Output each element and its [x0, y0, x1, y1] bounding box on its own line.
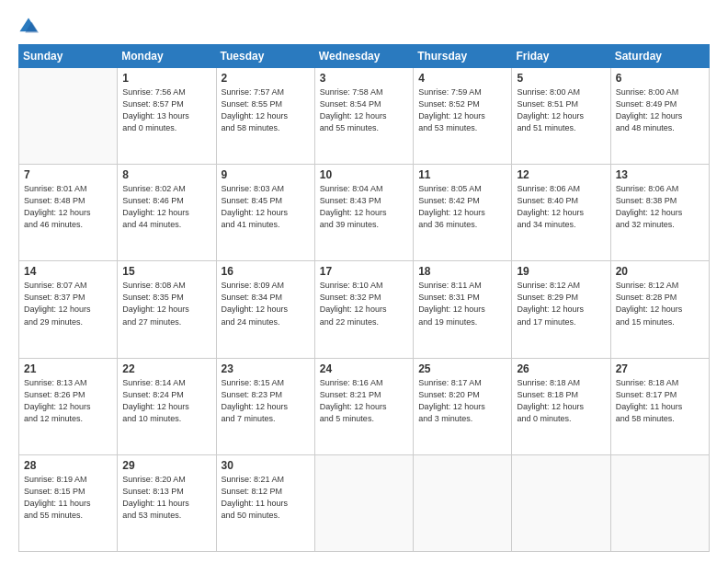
weekday-header-saturday: Saturday: [610, 45, 709, 68]
calendar-cell: 22Sunrise: 8:14 AMSunset: 8:24 PMDayligh…: [118, 358, 216, 454]
day-number: 1: [122, 72, 210, 85]
calendar-cell: [414, 454, 512, 551]
calendar-cell: 8Sunrise: 8:02 AMSunset: 8:46 PMDaylight…: [118, 165, 216, 261]
day-number: 2: [222, 72, 310, 85]
calendar-cell: 13Sunrise: 8:06 AMSunset: 8:38 PMDayligh…: [610, 165, 709, 261]
calendar-cell: 27Sunrise: 8:18 AMSunset: 8:17 PMDayligh…: [610, 358, 709, 454]
day-info: Sunrise: 8:12 AMSunset: 8:29 PMDaylight:…: [517, 280, 605, 327]
day-info: Sunrise: 8:05 AMSunset: 8:42 PMDaylight:…: [418, 183, 506, 231]
calendar-cell: 2Sunrise: 7:57 AMSunset: 8:55 PMDaylight…: [216, 68, 314, 165]
day-number: 3: [320, 72, 408, 85]
calendar-cell: 26Sunrise: 8:18 AMSunset: 8:18 PMDayligh…: [512, 358, 610, 454]
calendar-cell: 6Sunrise: 8:00 AMSunset: 8:49 PMDaylight…: [610, 68, 709, 165]
calendar-cell: 9Sunrise: 8:03 AMSunset: 8:45 PMDaylight…: [216, 165, 314, 261]
day-info: Sunrise: 7:59 AMSunset: 8:52 PMDaylight:…: [418, 86, 506, 134]
day-number: 6: [616, 72, 704, 85]
day-number: 9: [222, 168, 310, 181]
day-info: Sunrise: 8:18 AMSunset: 8:17 PMDaylight:…: [616, 377, 704, 425]
header: [18, 17, 710, 37]
day-number: 20: [616, 265, 704, 278]
day-number: 26: [517, 362, 605, 375]
calendar-cell: 30Sunrise: 8:21 AMSunset: 8:12 PMDayligh…: [216, 454, 314, 551]
day-number: 4: [418, 72, 506, 85]
day-number: 7: [24, 168, 112, 181]
calendar-cell: 19Sunrise: 8:12 AMSunset: 8:29 PMDayligh…: [512, 261, 610, 358]
logo: [18, 17, 42, 37]
day-number: 16: [222, 265, 310, 278]
day-info: Sunrise: 8:00 AMSunset: 8:49 PMDaylight:…: [616, 86, 704, 134]
weekday-header-friday: Friday: [512, 45, 610, 68]
day-number: 28: [24, 459, 112, 472]
calendar-cell: 7Sunrise: 8:01 AMSunset: 8:48 PMDaylight…: [19, 165, 118, 261]
calendar-cell: 23Sunrise: 8:15 AMSunset: 8:23 PMDayligh…: [216, 358, 314, 454]
calendar-cell: 1Sunrise: 7:56 AMSunset: 8:57 PMDaylight…: [118, 68, 216, 165]
calendar-cell: 15Sunrise: 8:08 AMSunset: 8:35 PMDayligh…: [118, 261, 216, 358]
calendar-cell: 10Sunrise: 8:04 AMSunset: 8:43 PMDayligh…: [314, 165, 413, 261]
calendar-cell: 3Sunrise: 7:58 AMSunset: 8:54 PMDaylight…: [314, 68, 413, 165]
day-number: 10: [320, 168, 408, 181]
day-number: 27: [616, 362, 704, 375]
day-info: Sunrise: 8:10 AMSunset: 8:32 PMDaylight:…: [320, 280, 408, 327]
calendar-cell: 17Sunrise: 8:10 AMSunset: 8:32 PMDayligh…: [314, 261, 413, 358]
calendar-cell: 11Sunrise: 8:05 AMSunset: 8:42 PMDayligh…: [414, 165, 512, 261]
day-number: 8: [122, 168, 210, 181]
day-number: 23: [222, 362, 310, 375]
day-info: Sunrise: 8:02 AMSunset: 8:46 PMDaylight:…: [122, 183, 210, 231]
calendar-week-1: 1Sunrise: 7:56 AMSunset: 8:57 PMDaylight…: [19, 68, 710, 165]
day-number: 18: [418, 265, 506, 278]
calendar-cell: 18Sunrise: 8:11 AMSunset: 8:31 PMDayligh…: [414, 261, 512, 358]
day-number: 14: [24, 265, 112, 278]
day-info: Sunrise: 8:00 AMSunset: 8:51 PMDaylight:…: [517, 86, 605, 134]
calendar-cell: 28Sunrise: 8:19 AMSunset: 8:15 PMDayligh…: [19, 454, 118, 551]
day-info: Sunrise: 8:20 AMSunset: 8:13 PMDaylight:…: [122, 474, 210, 522]
day-number: 24: [320, 362, 408, 375]
day-info: Sunrise: 7:56 AMSunset: 8:57 PMDaylight:…: [122, 86, 210, 134]
calendar-cell: [512, 454, 610, 551]
calendar-cell: 12Sunrise: 8:06 AMSunset: 8:40 PMDayligh…: [512, 165, 610, 261]
calendar-cell: 20Sunrise: 8:12 AMSunset: 8:28 PMDayligh…: [610, 261, 709, 358]
day-info: Sunrise: 8:12 AMSunset: 8:28 PMDaylight:…: [616, 280, 704, 327]
day-info: Sunrise: 8:06 AMSunset: 8:38 PMDaylight:…: [616, 183, 704, 231]
day-number: 21: [24, 362, 112, 375]
weekday-header-tuesday: Tuesday: [216, 45, 314, 68]
day-number: 12: [517, 168, 605, 181]
day-info: Sunrise: 8:01 AMSunset: 8:48 PMDaylight:…: [24, 183, 112, 231]
day-number: 11: [418, 168, 506, 181]
calendar-cell: 25Sunrise: 8:17 AMSunset: 8:20 PMDayligh…: [414, 358, 512, 454]
day-info: Sunrise: 8:16 AMSunset: 8:21 PMDaylight:…: [320, 377, 408, 425]
day-info: Sunrise: 7:58 AMSunset: 8:54 PMDaylight:…: [320, 86, 408, 134]
day-info: Sunrise: 8:07 AMSunset: 8:37 PMDaylight:…: [24, 280, 112, 327]
day-info: Sunrise: 8:18 AMSunset: 8:18 PMDaylight:…: [517, 377, 605, 425]
calendar-cell: 29Sunrise: 8:20 AMSunset: 8:13 PMDayligh…: [118, 454, 216, 551]
calendar-week-4: 21Sunrise: 8:13 AMSunset: 8:26 PMDayligh…: [19, 358, 710, 454]
day-number: 15: [122, 265, 210, 278]
day-info: Sunrise: 8:08 AMSunset: 8:35 PMDaylight:…: [122, 280, 210, 327]
calendar-cell: 4Sunrise: 7:59 AMSunset: 8:52 PMDaylight…: [414, 68, 512, 165]
weekday-header-monday: Monday: [118, 45, 216, 68]
calendar-week-2: 7Sunrise: 8:01 AMSunset: 8:48 PMDaylight…: [19, 165, 710, 261]
day-info: Sunrise: 8:04 AMSunset: 8:43 PMDaylight:…: [320, 183, 408, 231]
calendar-week-5: 28Sunrise: 8:19 AMSunset: 8:15 PMDayligh…: [19, 454, 710, 551]
calendar-week-3: 14Sunrise: 8:07 AMSunset: 8:37 PMDayligh…: [19, 261, 710, 358]
day-number: 19: [517, 265, 605, 278]
day-info: Sunrise: 8:17 AMSunset: 8:20 PMDaylight:…: [418, 377, 506, 425]
weekday-header-thursday: Thursday: [414, 45, 512, 68]
calendar-cell: [19, 68, 118, 165]
calendar-cell: 24Sunrise: 8:16 AMSunset: 8:21 PMDayligh…: [314, 358, 413, 454]
page: SundayMondayTuesdayWednesdayThursdayFrid…: [0, 0, 728, 563]
calendar-cell: 14Sunrise: 8:07 AMSunset: 8:37 PMDayligh…: [19, 261, 118, 358]
day-info: Sunrise: 8:09 AMSunset: 8:34 PMDaylight:…: [222, 280, 310, 327]
day-info: Sunrise: 8:06 AMSunset: 8:40 PMDaylight:…: [517, 183, 605, 231]
day-number: 22: [122, 362, 210, 375]
day-info: Sunrise: 8:14 AMSunset: 8:24 PMDaylight:…: [122, 377, 210, 425]
day-number: 17: [320, 265, 408, 278]
day-info: Sunrise: 8:13 AMSunset: 8:26 PMDaylight:…: [24, 377, 112, 425]
day-info: Sunrise: 8:11 AMSunset: 8:31 PMDaylight:…: [418, 280, 506, 327]
calendar-cell: 16Sunrise: 8:09 AMSunset: 8:34 PMDayligh…: [216, 261, 314, 358]
weekday-header-row: SundayMondayTuesdayWednesdayThursdayFrid…: [19, 45, 710, 68]
day-info: Sunrise: 8:19 AMSunset: 8:15 PMDaylight:…: [24, 474, 112, 522]
calendar-table: SundayMondayTuesdayWednesdayThursdayFrid…: [18, 44, 710, 552]
day-info: Sunrise: 8:21 AMSunset: 8:12 PMDaylight:…: [222, 474, 310, 522]
day-number: 29: [122, 459, 210, 472]
calendar-cell: [314, 454, 413, 551]
